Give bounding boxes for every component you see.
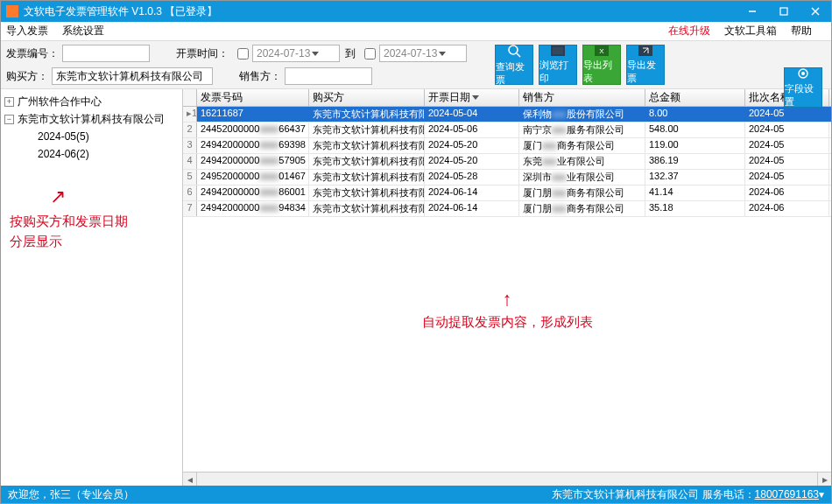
svg-rect-1	[780, 8, 787, 15]
label-seller: 销售方：	[239, 69, 281, 84]
cell-buyer: 东莞市文软计算机科技有限公司	[309, 170, 425, 185]
col-buyer[interactable]: 购买方	[309, 89, 425, 106]
export-list-button[interactable]: X导出列表	[582, 45, 621, 85]
cell-seller: 厦门朋xxx商务有限公司	[519, 201, 645, 216]
cell-amount: 386.19	[645, 154, 745, 169]
table-row[interactable]: 324942000000xxxx69398东莞市文软计算机科技有限公司2024-…	[183, 138, 831, 154]
invoice-no-input[interactable]	[62, 45, 150, 62]
grid-header: 发票号码 购买方 开票日期 销售方 总金额 批次名称	[183, 89, 831, 107]
cell-amount: 119.00	[645, 138, 745, 153]
h-scrollbar[interactable]: ◂ ▸	[183, 472, 831, 486]
cell-batch: 2024-05	[745, 154, 829, 169]
annotation-text: ↑自动提取发票内容，形成列表	[183, 288, 831, 331]
cell-date: 2024-05-20	[425, 154, 519, 169]
cell-invoice-no: 24452000000xxxx66437	[197, 122, 309, 137]
cell-invoice-no: 24942000000xxxx69398	[197, 138, 309, 153]
status-phone-link[interactable]: 18007691163	[755, 488, 819, 500]
cell-invoice-no: 24942000000xxxx94834	[197, 201, 309, 216]
table-row[interactable]: ▸116211687东莞市文软计算机科技有限公司2024-05-04保利物xxx…	[183, 107, 831, 122]
table-row[interactable]: 224452000000xxxx66437东莞市文软计算机科技有限公司2024-…	[183, 122, 831, 138]
cell-batch: 2024-05	[745, 170, 829, 185]
buyer-input[interactable]	[52, 67, 213, 85]
cell-date: 2024-06-14	[425, 201, 519, 216]
cell-date: 2024-05-04	[425, 107, 519, 122]
cell-seller: 南宁京xxx服务有限公司	[519, 122, 645, 137]
gear-icon	[794, 66, 812, 80]
col-rowhead[interactable]	[183, 89, 197, 106]
status-more[interactable]: ▾	[819, 488, 824, 500]
chevron-down-icon	[439, 52, 446, 56]
row-index: ▸1	[183, 107, 197, 122]
date-from-checkbox[interactable]	[237, 48, 249, 60]
date-from-picker[interactable]: 2024-07-13	[252, 45, 340, 62]
col-invoice-no[interactable]: 发票号码	[197, 89, 309, 106]
tree-node[interactable]: −东莞市文软计算机科技有限公司	[3, 110, 180, 128]
maximize-button[interactable]	[768, 1, 800, 22]
table-row[interactable]: 724942000000xxxx94834东莞市文软计算机科技有限公司2024-…	[183, 201, 831, 217]
grid-body[interactable]: ▸116211687东莞市文软计算机科技有限公司2024-05-04保利物xxx…	[183, 107, 831, 248]
preview-print-button[interactable]: 浏览打印	[539, 45, 577, 85]
search-icon	[505, 43, 523, 59]
collapse-icon[interactable]: −	[4, 115, 14, 124]
menu-settings[interactable]: 系统设置	[62, 24, 104, 38]
minimize-button[interactable]	[737, 1, 768, 22]
cell-seller: 保利物xxx股份有限公司	[519, 107, 645, 122]
expand-icon[interactable]: +	[4, 97, 14, 107]
cell-batch: 2024-06	[745, 201, 829, 216]
scroll-left-icon[interactable]: ◂	[183, 472, 197, 486]
col-date[interactable]: 开票日期	[425, 89, 519, 106]
label-to: 到	[345, 46, 356, 61]
table-row[interactable]: 624942000000xxxx86001东莞市文软计算机科技有限公司2024-…	[183, 186, 831, 201]
cell-amount: 548.00	[645, 122, 745, 137]
table-row[interactable]: 424942000000xxxx57905东莞市文软计算机科技有限公司2024-…	[183, 154, 831, 170]
cell-invoice-no: 16211687	[197, 107, 309, 122]
row-index: 2	[183, 122, 197, 137]
field-settings-button[interactable]: 字段设置	[784, 67, 822, 108]
cell-batch: 2024-06	[745, 186, 829, 200]
cell-buyer: 东莞市文软计算机科技有限公司	[309, 154, 425, 169]
scroll-track[interactable]	[197, 472, 817, 486]
row-index: 3	[183, 138, 197, 153]
svg-point-13	[801, 72, 805, 75]
close-button[interactable]	[800, 1, 831, 22]
chevron-down-icon	[312, 52, 319, 56]
cell-buyer: 东莞市文软计算机科技有限公司	[309, 122, 425, 137]
cell-seller: 厦门朋xxx商务有限公司	[519, 186, 645, 200]
date-to-picker[interactable]: 2024-07-13	[379, 45, 467, 62]
export-invoice-icon	[637, 45, 654, 57]
export-invoice-button[interactable]: 导出发票	[626, 45, 665, 85]
annotation-arrow-icon: ↑	[183, 288, 831, 311]
label-invoice-no: 发票编号：	[6, 46, 59, 61]
col-seller[interactable]: 销售方	[519, 89, 645, 106]
table-row[interactable]: 524952000000xxxx01467东莞市文软计算机科技有限公司2024-…	[183, 170, 831, 186]
cell-seller: 厦门xxx商务有限公司	[519, 138, 645, 153]
scroll-right-icon[interactable]: ▸	[817, 472, 831, 486]
svg-rect-7	[553, 47, 563, 54]
menu-upgrade[interactable]: 在线升级	[668, 24, 710, 38]
status-bar: 欢迎您，张三（专业会员） 东莞市文软计算机科技有限公司 服务电话： 180076…	[1, 486, 831, 503]
cell-buyer: 东莞市文软计算机科技有限公司	[309, 138, 425, 153]
label-date: 开票时间：	[176, 46, 229, 61]
menu-toolbox[interactable]: 文软工具箱	[724, 24, 777, 38]
cell-batch: 2024-05	[745, 107, 829, 122]
col-amount[interactable]: 总金额	[645, 89, 745, 106]
query-button[interactable]: 查询发票	[495, 45, 533, 85]
tree-node[interactable]: +广州软件合作中心	[3, 93, 180, 110]
tree-node[interactable]: 2024-05(5)	[3, 128, 180, 145]
svg-point-4	[509, 46, 518, 54]
label-buyer: 购买方：	[6, 69, 48, 84]
cell-invoice-no: 24942000000xxxx57905	[197, 154, 309, 169]
seller-input[interactable]	[285, 67, 372, 85]
date-to-checkbox[interactable]	[364, 48, 376, 60]
cell-date: 2024-06-14	[425, 186, 519, 200]
menu-help[interactable]: 帮助	[791, 24, 812, 38]
app-icon	[6, 5, 18, 18]
menu-import[interactable]: 导入发票	[6, 24, 48, 38]
main-body: +广州软件合作中心 −东莞市文软计算机科技有限公司 2024-05(5) 202…	[1, 89, 831, 486]
cell-date: 2024-05-28	[425, 170, 519, 185]
annotation-arrow-icon: ↗	[50, 186, 180, 208]
cell-buyer: 东莞市文软计算机科技有限公司	[309, 107, 425, 122]
row-index: 6	[183, 186, 197, 200]
cell-date: 2024-05-06	[425, 122, 519, 137]
tree-node[interactable]: 2024-06(2)	[3, 145, 180, 163]
